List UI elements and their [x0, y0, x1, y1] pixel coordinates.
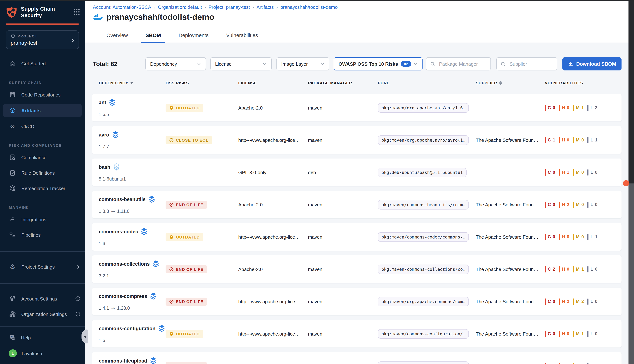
- vuln-l-count: L0: [587, 363, 597, 364]
- license: GPL-3.0-only: [238, 170, 266, 175]
- package-manager-search-input[interactable]: [438, 61, 487, 67]
- column-header-package-manager: PACKAGE MANAGER: [308, 81, 352, 85]
- sidebar-item-label: Artifacts: [21, 108, 41, 114]
- sidebar-collapse-handle[interactable]: ◀: [82, 330, 88, 344]
- table-row-commons-fileupload[interactable]: commons-fileuploadEND OF LIFEApache-2.0m…: [92, 352, 621, 364]
- table-row-avro[interactable]: avro1.7.7CLOSE TO EOLhttp---www.apache.o…: [92, 126, 621, 154]
- sidebar-item-cicd[interactable]: ∞CI/CD: [0, 120, 85, 134]
- license: http---www.apache.org-lice…: [238, 331, 300, 336]
- sidebar-item-label: Account Settings: [21, 296, 57, 302]
- sidebar-item-account-settings[interactable]: Account Settings: [0, 292, 85, 306]
- sidebar-item-compliance[interactable]: Compliance: [0, 151, 85, 164]
- supplier-search-input[interactable]: [509, 61, 553, 67]
- download-sbom-button[interactable]: Download SBOM: [562, 57, 621, 70]
- vuln-l-count: L0: [587, 202, 597, 208]
- gear-icon: ⚙: [9, 263, 16, 270]
- vulnerability-counts: C0H0M1L2: [545, 104, 597, 111]
- table-header: DEPENDENCYOSS RISKSLICENSEPACKAGE MANAGE…: [85, 81, 634, 88]
- home-icon: [9, 60, 16, 67]
- scrollbar-thumb[interactable]: [628, 0, 634, 184]
- module-header: Supply ChainSecurity: [0, 0, 85, 19]
- chevron-right-icon: [71, 38, 75, 42]
- table-row-commons-codec[interactable]: commons-codec1.6OUTDATEDhttp---www.apach…: [92, 223, 621, 250]
- app-switcher-icon[interactable]: [74, 9, 80, 15]
- purl-chip[interactable]: pkg:maven/commons-fileupload/com…: [378, 361, 469, 364]
- sidebar-item-integrations[interactable]: Integrations: [0, 213, 85, 226]
- ban-icon: [169, 267, 174, 271]
- sidebar-item-get-started[interactable]: Get Started: [0, 57, 85, 71]
- purl-chip[interactable]: pkg:maven/commons-codec/commons-…: [378, 232, 469, 242]
- table-row-bash[interactable]: bash5.1-6ubuntu1-GPL-3.0-onlydebpkg:deb/…: [92, 158, 621, 186]
- risk-badge-outdated: OUTDATED: [166, 233, 203, 241]
- sidebar-item-project-settings[interactable]: ⚙Project Settings: [0, 260, 85, 274]
- table-row-commons-collections[interactable]: commons-collections3.2.1END OF LIFEApach…: [92, 256, 621, 283]
- purl-chip[interactable]: pkg:deb/ubuntu/bash@5.1-6ubuntu1: [378, 168, 466, 177]
- chev-down-icon: [320, 62, 325, 66]
- sidebar-item-user[interactable]: L Lavakush: [0, 344, 85, 364]
- clipboard-icon: [9, 169, 16, 177]
- breadcrumb-item[interactable]: pranaycshah/todolist-demo: [280, 4, 338, 10]
- risk-badge-outdated: OUTDATED: [166, 330, 203, 338]
- box-icon: [9, 107, 16, 114]
- table-row-commons-configuration[interactable]: commons-configuration1.6OUTDATEDhttp---w…: [92, 320, 621, 348]
- column-header-supplier[interactable]: SUPPLIER: [476, 81, 502, 85]
- purl-chip[interactable]: pkg:maven/org.apache.commons/com…: [378, 297, 469, 306]
- arrow-right-icon: →: [111, 306, 115, 311]
- breadcrumb: Account: Automation-SSCA›Organization: d…: [93, 4, 338, 10]
- license: Apache-2.0: [238, 202, 263, 207]
- vuln-c-count: C1: [545, 363, 555, 364]
- version-upgrade: 1.28.0: [117, 306, 130, 311]
- purl-chip[interactable]: pkg:maven/org.apache.avro/avro@1…: [378, 135, 469, 145]
- purl-chip[interactable]: pkg:maven/org.apache.ant/ant@1.6…: [378, 103, 469, 112]
- ban-icon: [169, 299, 174, 304]
- sidebar-nav: Get StartedSUPPLY CHAINCode Repositories…: [0, 57, 85, 323]
- chev-down-icon: [263, 62, 267, 66]
- filter-select-license[interactable]: License: [210, 57, 272, 70]
- table-row-ant[interactable]: ant1.6.5OUTDATEDApache-2.0mavenpkg:maven…: [92, 94, 621, 122]
- purl-chip[interactable]: pkg:maven/commons-configuration/…: [378, 329, 469, 338]
- layers-solid-icon: [150, 292, 156, 300]
- filter-select-dependency[interactable]: Dependency: [145, 57, 206, 70]
- sidebar-item-organization-settings[interactable]: Organization Settings: [0, 307, 85, 321]
- vulnerability-counts: C2H0M1L0: [545, 266, 597, 272]
- clock-icon: [169, 235, 174, 239]
- license: http---www.apache.org-lice…: [238, 299, 300, 304]
- supplier-search[interactable]: [496, 57, 557, 70]
- table-row-commons-beanutils[interactable]: commons-beanutils1.8.3→1.11.0END OF LIFE…: [92, 191, 621, 218]
- vuln-m-count: M2: [573, 298, 584, 304]
- purl-chip[interactable]: pkg:maven/commons-beanutils/comm…: [378, 200, 469, 209]
- vuln-l-count: L0: [587, 298, 597, 304]
- risk-badge-end-of-life: END OF LIFE: [166, 298, 207, 306]
- vuln-h-count: H2: [559, 298, 569, 304]
- sidebar-item-help[interactable]: ? Help: [0, 326, 85, 344]
- sidebar-item-code-repositories[interactable]: Code Repositories: [0, 88, 85, 102]
- package-manager-search[interactable]: [426, 57, 491, 70]
- tab-sbom[interactable]: SBOM: [145, 28, 162, 43]
- sidebar-item-pipelines[interactable]: Pipelines: [0, 228, 85, 242]
- tab-overview[interactable]: Overview: [106, 28, 129, 43]
- breadcrumb-item[interactable]: Artifacts: [256, 4, 274, 10]
- project-selector[interactable]: PROJECT pranay-test: [6, 31, 79, 49]
- table-row-commons-compress[interactable]: commons-compress1.4.1→1.28.0END OF LIFEh…: [92, 288, 621, 315]
- help-label: Help: [21, 335, 31, 340]
- version: 1.8.3: [99, 209, 109, 214]
- version: 1.4.1: [99, 306, 109, 311]
- toolbar: Total: 82 DependencyLicenseImage LayerOW…: [85, 57, 634, 70]
- scrollbar[interactable]: [628, 0, 634, 364]
- sidebar-item-rule-definitions[interactable]: Rule Definitions: [0, 166, 85, 180]
- tab-deployments[interactable]: Deployments: [178, 28, 209, 43]
- breadcrumb-item[interactable]: Account: Automation-SSCA: [93, 4, 151, 10]
- section-label: RISK AND COMPLIANCE: [0, 144, 85, 148]
- filter-select-image-layer[interactable]: Image Layer: [276, 57, 329, 70]
- breadcrumb-item[interactable]: Project: pranay-test: [209, 4, 250, 10]
- repo-icon: [9, 91, 16, 98]
- tab-vulnerabilities[interactable]: Vulnerabilities: [225, 28, 259, 43]
- sidebar-item-remediation-tracker[interactable]: Remediation Tracker: [0, 182, 85, 196]
- vuln-m-count: M0: [573, 234, 584, 240]
- column-header-dependency[interactable]: DEPENDENCY: [99, 81, 134, 85]
- purl-chip[interactable]: pkg:maven/commons-collections/co…: [378, 264, 469, 274]
- filter-select-owasp-oss-top-10-risks[interactable]: OWASP OSS Top 10 Risks02: [334, 57, 423, 70]
- risk-badge-outdated: OUTDATED: [166, 104, 203, 112]
- sidebar-item-artifacts[interactable]: Artifacts: [3, 104, 82, 117]
- breadcrumb-item[interactable]: Organization: default: [158, 4, 202, 10]
